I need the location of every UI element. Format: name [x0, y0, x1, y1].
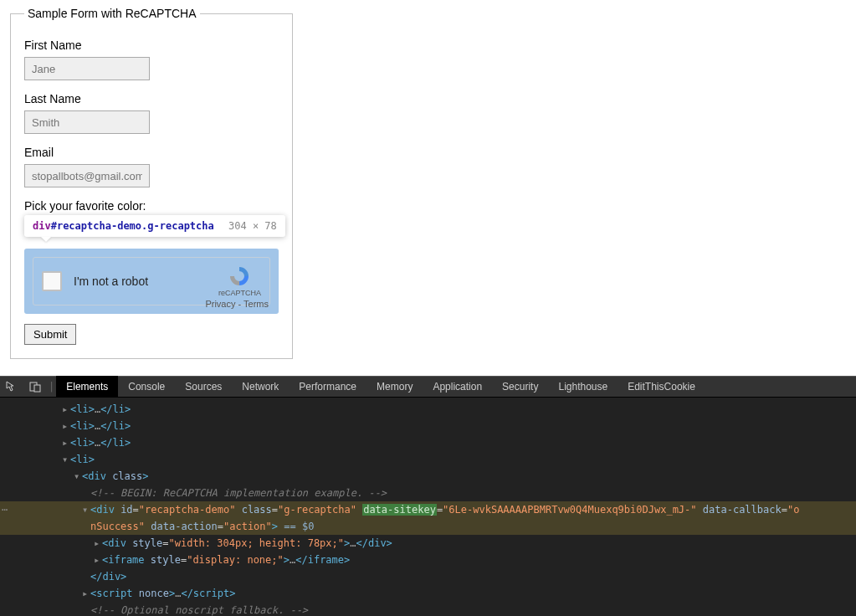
recaptcha-icon — [227, 265, 252, 287]
tab-network[interactable]: Network — [232, 376, 289, 398]
inspect-icon[interactable] — [0, 381, 23, 393]
recaptcha-links: Privacy - Terms — [205, 299, 269, 309]
submit-button[interactable]: Submit — [24, 324, 76, 345]
form-legend: Sample Form with ReCAPTCHA — [24, 7, 200, 20]
tab-performance[interactable]: Performance — [289, 376, 366, 398]
tab-security[interactable]: Security — [492, 376, 548, 398]
recaptcha-section: div#recaptcha-demo.g-recaptcha 304 × 78 … — [24, 249, 279, 314]
device-icon[interactable] — [23, 381, 47, 393]
color-label: Pick your favorite color: — [24, 199, 279, 213]
email-label: Email — [24, 146, 279, 159]
elements-tree[interactable]: <li>…</li> <li>…</li> <li>…</li> <li> <d… — [0, 398, 856, 616]
svg-rect-1 — [34, 385, 40, 392]
devtools-panel: | Elements Console Sources Network Perfo… — [0, 376, 856, 616]
tab-sources[interactable]: Sources — [175, 376, 232, 398]
page-body: Sample Form with ReCAPTCHA First Name La… — [0, 0, 856, 376]
tab-elements[interactable]: Elements — [56, 376, 118, 398]
devtools-tabbar: | Elements Console Sources Network Perfo… — [0, 376, 856, 398]
recaptcha-text: I'm not a robot — [74, 275, 218, 288]
tab-lighthouse[interactable]: Lighthouse — [548, 376, 618, 398]
tab-application[interactable]: Application — [423, 376, 492, 398]
email-input[interactable] — [24, 164, 150, 187]
recaptcha-logo: reCAPTCHA — [218, 265, 261, 298]
tab-editthiscookie[interactable]: EditThisCookie — [618, 376, 705, 398]
recaptcha-privacy-link[interactable]: Privacy — [205, 299, 235, 309]
last-name-label: Last Name — [24, 92, 279, 105]
sample-form: Sample Form with ReCAPTCHA First Name La… — [10, 7, 293, 359]
first-name-label: First Name — [24, 38, 279, 52]
recaptcha-brand-text: reCAPTCHA — [218, 289, 261, 297]
tooltip-tag: div — [33, 220, 51, 232]
tab-memory[interactable]: Memory — [366, 376, 423, 398]
tab-console[interactable]: Console — [118, 376, 175, 398]
tooltip-selector: #recaptcha-demo.g-recaptcha — [51, 220, 214, 232]
recaptcha-widget[interactable]: I'm not a robot reCAPTCHA Privacy - Term… — [24, 249, 279, 314]
first-name-input[interactable] — [24, 57, 150, 80]
recaptcha-terms-link[interactable]: Terms — [243, 299, 269, 309]
tooltip-dimensions: 304 × 78 — [228, 220, 277, 232]
recaptcha-checkbox[interactable] — [42, 271, 62, 291]
inspector-tooltip: div#recaptcha-demo.g-recaptcha 304 × 78 — [24, 215, 285, 237]
last-name-input[interactable] — [24, 110, 150, 134]
